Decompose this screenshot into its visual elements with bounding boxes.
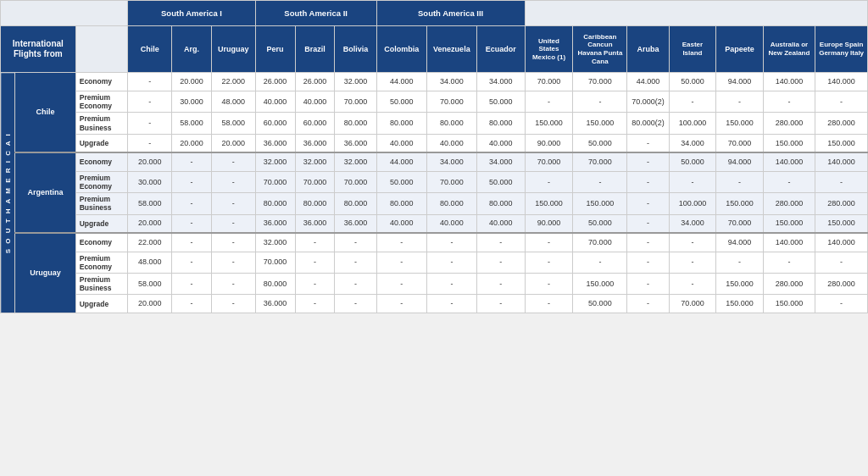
table-row: Premium Business58.000--80.000------150.…: [1, 273, 868, 294]
data-cell: 34.000: [426, 73, 476, 91]
fare-class-label: Premium Business: [75, 273, 128, 294]
data-cell: -: [815, 171, 868, 192]
fare-class-label: Premium Business: [75, 193, 128, 214]
data-cell: 94.000: [716, 152, 763, 171]
data-cell: 150.000: [716, 295, 763, 313]
data-cell: 50.000: [376, 171, 426, 192]
data-cell: -: [627, 134, 669, 152]
data-cell: 70.000: [335, 171, 376, 192]
data-cell: 280.000: [815, 193, 868, 214]
data-cell: 44.000: [376, 152, 426, 171]
data-cell: -: [573, 171, 627, 192]
data-cell: -: [476, 273, 525, 294]
table-row: Premium Business58.000--80.00080.00080.0…: [1, 193, 868, 214]
table-row: Premium Economy48.000--70.000-----------…: [1, 252, 868, 273]
data-cell: 34.000: [426, 152, 476, 171]
data-cell: 70.000: [335, 91, 376, 113]
col-easter-island: Easter Island: [669, 26, 715, 73]
data-cell: 80.000: [476, 193, 525, 214]
data-cell: -: [525, 171, 573, 192]
data-cell: 50.000: [476, 91, 525, 113]
data-cell: 80.000: [476, 113, 525, 134]
data-cell: -: [669, 233, 715, 252]
data-cell: -: [295, 295, 335, 313]
data-cell: -: [376, 252, 426, 273]
data-cell: 20.000: [211, 134, 255, 152]
data-cell: 32.000: [335, 152, 376, 171]
data-cell: -: [172, 233, 212, 252]
fare-class-label: Economy: [75, 73, 128, 91]
data-cell: 70.000: [525, 73, 573, 91]
data-cell: -: [627, 214, 669, 233]
data-cell: 40.000: [426, 134, 476, 152]
data-cell: 150.000: [573, 113, 627, 134]
data-cell: 20.000: [172, 73, 212, 91]
data-cell: 50.000: [573, 134, 627, 152]
data-cell: -: [335, 295, 376, 313]
data-cell: 100.000: [669, 193, 715, 214]
data-cell: 280.000: [763, 113, 815, 134]
data-cell: 150.000: [763, 134, 815, 152]
data-cell: 80.000: [426, 113, 476, 134]
data-cell: 26.000: [295, 73, 335, 91]
data-cell: 36.000: [335, 134, 376, 152]
data-cell: 70.000: [255, 171, 295, 192]
data-cell: 280.000: [815, 113, 868, 134]
data-cell: -: [627, 295, 669, 313]
data-cell: -: [525, 273, 573, 294]
fare-class-label: Upgrade: [75, 214, 128, 233]
data-cell: 20.000: [128, 214, 172, 233]
main-table-wrapper: South America I South America II South A…: [0, 0, 868, 313]
fare-class-label: Premium Business: [75, 113, 128, 134]
data-cell: -: [763, 252, 815, 273]
data-cell: -: [211, 214, 255, 233]
data-cell: -: [815, 295, 868, 313]
data-cell: -: [669, 171, 715, 192]
data-cell: -: [525, 91, 573, 113]
data-cell: -: [476, 252, 525, 273]
data-cell: -: [669, 252, 715, 273]
data-cell: 90.000: [525, 134, 573, 152]
data-cell: 150.000: [763, 214, 815, 233]
data-cell: 80.000: [335, 193, 376, 214]
data-cell: -: [335, 252, 376, 273]
data-cell: 58.000: [128, 273, 172, 294]
col-bolivia: Bolivia: [335, 26, 376, 73]
group-south-america-3: South America III: [376, 1, 525, 26]
table-row: UruguayEconomy22.000--32.000------70.000…: [1, 233, 868, 252]
data-cell: 150.000: [573, 193, 627, 214]
origin-label: Argentina: [15, 152, 75, 233]
data-cell: 48.000: [128, 252, 172, 273]
table-row: S O U T H A M E R I C A IChileEconomy-20…: [1, 73, 868, 91]
data-cell: -: [211, 273, 255, 294]
data-cell: 70.000: [573, 73, 627, 91]
data-cell: 50.000: [573, 214, 627, 233]
fare-class-label: Premium Economy: [75, 171, 128, 192]
data-cell: -: [573, 252, 627, 273]
data-cell: 150.000: [573, 273, 627, 294]
data-cell: 80.000: [426, 193, 476, 214]
data-cell: 30.000: [128, 171, 172, 192]
data-cell: -: [376, 295, 426, 313]
col-colombia: Colombia: [376, 26, 426, 73]
table-row: Upgrade-20.00020.00036.00036.00036.00040…: [1, 134, 868, 152]
data-cell: -: [295, 273, 335, 294]
data-cell: 140.000: [763, 233, 815, 252]
data-cell: -: [211, 152, 255, 171]
data-cell: -: [172, 193, 212, 214]
data-cell: 30.000: [172, 91, 212, 113]
data-cell: 150.000: [525, 193, 573, 214]
data-cell: 150.000: [815, 134, 868, 152]
data-cell: 80.000(2): [627, 113, 669, 134]
data-cell: -: [335, 233, 376, 252]
data-cell: 34.000: [669, 214, 715, 233]
table-row: Premium Business-58.00058.00060.00060.00…: [1, 113, 868, 134]
data-cell: 20.000: [172, 134, 212, 152]
data-cell: 140.000: [815, 73, 868, 91]
group-south-america-2: South America II: [255, 1, 376, 26]
origin-label: Chile: [15, 73, 75, 153]
data-cell: 36.000: [255, 295, 295, 313]
group-south-america-1: South America I: [128, 1, 255, 26]
data-cell: 50.000: [669, 152, 715, 171]
data-cell: 150.000: [525, 113, 573, 134]
